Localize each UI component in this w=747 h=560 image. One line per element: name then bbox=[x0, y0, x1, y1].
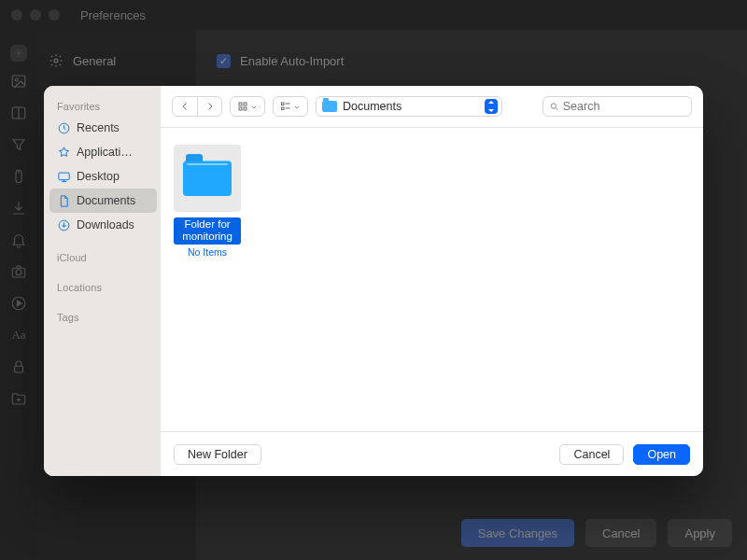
path-label: Documents bbox=[343, 100, 402, 113]
file-item-subtitle: No Items bbox=[188, 246, 227, 258]
sidebar-item-recents[interactable]: Recents bbox=[49, 116, 157, 140]
folder-icon bbox=[183, 161, 232, 196]
open-button[interactable]: Open bbox=[633, 444, 690, 465]
svg-rect-18 bbox=[282, 107, 285, 110]
sidebar-item-label: Applicati… bbox=[77, 146, 133, 159]
file-browser[interactable]: Folder for monitoring No Items bbox=[161, 128, 703, 431]
finder-sidebar: Favorites Recents Applicati… Desktop Doc… bbox=[44, 86, 161, 476]
chevron-down-icon bbox=[293, 98, 301, 115]
sidebar-item-label: Documents bbox=[77, 194, 135, 207]
open-folder-dialog: Favorites Recents Applicati… Desktop Doc… bbox=[44, 86, 703, 476]
sidebar-item-label: Recents bbox=[77, 121, 120, 134]
locations-heading: Locations bbox=[49, 276, 157, 297]
folder-thumb bbox=[174, 145, 241, 212]
search-field[interactable] bbox=[543, 96, 692, 117]
sidebar-item-documents[interactable]: Documents bbox=[49, 189, 157, 213]
finder-toolbar: Documents bbox=[161, 86, 703, 127]
updown-icon bbox=[485, 99, 498, 114]
svg-rect-15 bbox=[239, 107, 242, 110]
search-icon bbox=[549, 101, 559, 112]
group-toggle bbox=[273, 96, 308, 117]
dialog-footer: New Folder Cancel Open bbox=[161, 431, 703, 476]
cancel-button[interactable]: Cancel bbox=[559, 444, 624, 465]
sidebar-item-label: Downloads bbox=[77, 218, 134, 231]
path-dropdown[interactable]: Documents bbox=[316, 96, 502, 117]
svg-rect-16 bbox=[244, 107, 247, 110]
svg-rect-13 bbox=[239, 103, 242, 105]
icon-view-button[interactable] bbox=[231, 97, 264, 116]
svg-rect-17 bbox=[282, 103, 285, 105]
search-input[interactable] bbox=[563, 100, 685, 113]
file-item-folder-for-monitoring[interactable]: Folder for monitoring No Items bbox=[174, 145, 241, 258]
svg-rect-11 bbox=[59, 173, 69, 180]
group-button[interactable] bbox=[274, 97, 307, 116]
favorites-heading: Favorites bbox=[49, 95, 157, 116]
folder-icon bbox=[322, 101, 337, 112]
icloud-heading: iCloud bbox=[49, 246, 157, 267]
tags-heading: Tags bbox=[49, 306, 157, 327]
back-button[interactable] bbox=[173, 97, 197, 116]
new-folder-button[interactable]: New Folder bbox=[174, 444, 261, 465]
finder-main: Documents Folder for monitoring No Items… bbox=[161, 86, 703, 476]
sidebar-item-downloads[interactable]: Downloads bbox=[49, 213, 157, 237]
svg-rect-14 bbox=[244, 103, 247, 105]
sidebar-item-applications[interactable]: Applicati… bbox=[49, 140, 157, 164]
sidebar-item-desktop[interactable]: Desktop bbox=[49, 164, 157, 189]
sidebar-item-label: Desktop bbox=[77, 170, 120, 183]
forward-button[interactable] bbox=[197, 97, 221, 116]
file-item-label: Folder for monitoring bbox=[174, 217, 241, 245]
view-toggle bbox=[230, 96, 265, 117]
svg-point-19 bbox=[551, 104, 556, 108]
chevron-down-icon bbox=[250, 98, 258, 115]
nav-buttons bbox=[172, 96, 222, 117]
